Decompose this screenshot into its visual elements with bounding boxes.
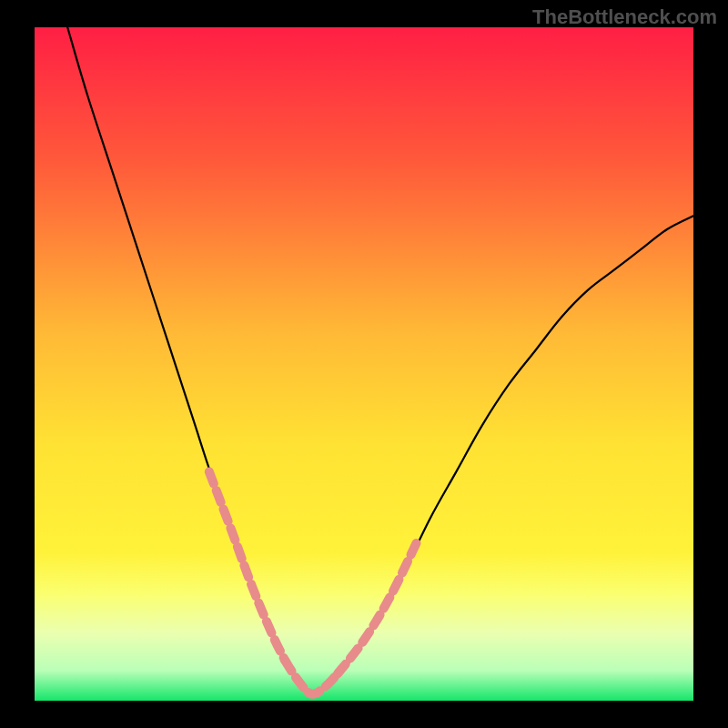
bottleneck-chart [0, 0, 728, 728]
plot-background [35, 27, 693, 701]
chart-stage: TheBottleneck.com [0, 0, 728, 728]
watermark-text: TheBottleneck.com [532, 5, 717, 29]
